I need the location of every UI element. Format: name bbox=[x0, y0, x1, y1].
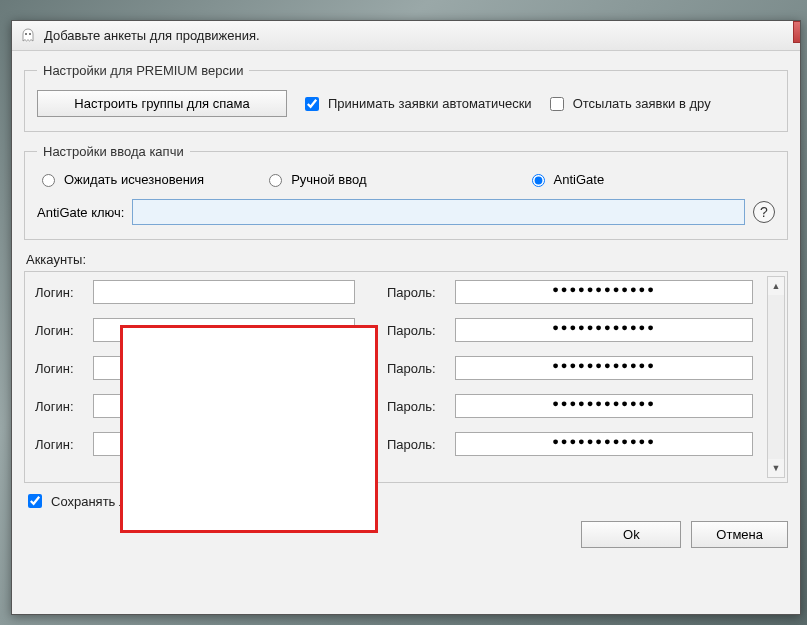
captcha-wait-input[interactable] bbox=[42, 174, 55, 187]
password-label: Пароль: bbox=[387, 285, 449, 300]
password-label: Пароль: bbox=[387, 399, 449, 414]
savelog-input[interactable] bbox=[28, 494, 42, 508]
captcha-manual-label: Ручной ввод bbox=[291, 172, 366, 187]
captcha-legend: Настройки ввода капчи bbox=[37, 144, 190, 159]
password-input[interactable]: ●●●●●●●●●●●● bbox=[455, 318, 753, 342]
accept-requests-label: Принимать заявки автоматически bbox=[328, 96, 532, 111]
login-label: Логин: bbox=[35, 285, 87, 300]
send-requests-checkbox[interactable]: Отсылать заявки в дру bbox=[546, 94, 711, 114]
login-input[interactable] bbox=[93, 432, 355, 456]
accounts-box: Логин: Пароль: ●●●●●●●●●●●● Логин: Парол… bbox=[24, 271, 788, 483]
scroll-down-button[interactable]: ▼ bbox=[768, 459, 784, 477]
ok-button[interactable]: Ok bbox=[581, 521, 681, 548]
captcha-manual-radio[interactable]: Ручной ввод bbox=[264, 171, 366, 187]
login-label: Логин: bbox=[35, 361, 87, 376]
login-label: Логин: bbox=[35, 323, 87, 338]
dialog-content: Настройки для PREMIUM версии Настроить г… bbox=[12, 51, 800, 614]
captcha-antigate-input[interactable] bbox=[532, 174, 545, 187]
captcha-wait-radio[interactable]: Ожидать исчезновения bbox=[37, 171, 204, 187]
cancel-button[interactable]: Отмена bbox=[691, 521, 788, 548]
captcha-antigate-radio[interactable]: AntiGate bbox=[527, 171, 605, 187]
captcha-group: Настройки ввода капчи Ожидать исчезновен… bbox=[24, 144, 788, 240]
login-input[interactable] bbox=[93, 394, 355, 418]
password-input[interactable]: ●●●●●●●●●●●● bbox=[455, 280, 753, 304]
premium-group: Настройки для PREMIUM версии Настроить г… bbox=[24, 63, 788, 132]
send-requests-label: Отсылать заявки в дру bbox=[573, 96, 711, 111]
ghost-icon bbox=[20, 28, 36, 44]
savelog-label: Сохранять лог в VK10000Friends_log.html bbox=[51, 494, 302, 509]
window-title: Добавьте анкеты для продвижения. bbox=[44, 28, 260, 43]
login-input[interactable] bbox=[93, 356, 355, 380]
account-row: Логин: Пароль: ●●●●●●●●●●●● bbox=[35, 394, 781, 418]
password-input[interactable]: ●●●●●●●●●●●● bbox=[455, 356, 753, 380]
accounts-scrollbar[interactable]: ▲ ▼ bbox=[767, 276, 785, 478]
password-label: Пароль: bbox=[387, 323, 449, 338]
login-input[interactable] bbox=[93, 280, 355, 304]
account-row: Логин: Пароль: ●●●●●●●●●●●● bbox=[35, 356, 781, 380]
account-row: Логин: Пароль: ●●●●●●●●●●●● bbox=[35, 432, 781, 456]
accept-requests-checkbox[interactable]: Принимать заявки автоматически bbox=[301, 94, 532, 114]
spam-groups-button[interactable]: Настроить группы для спама bbox=[37, 90, 287, 117]
password-label: Пароль: bbox=[387, 361, 449, 376]
premium-legend: Настройки для PREMIUM версии bbox=[37, 63, 249, 78]
savelog-checkbox[interactable]: Сохранять лог в VK10000Friends_log.html bbox=[24, 491, 302, 511]
login-input[interactable] bbox=[93, 318, 355, 342]
account-row: Логин: Пароль: ●●●●●●●●●●●● bbox=[35, 280, 781, 304]
password-label: Пароль: bbox=[387, 437, 449, 452]
password-input[interactable]: ●●●●●●●●●●●● bbox=[455, 394, 753, 418]
svg-point-1 bbox=[29, 33, 31, 35]
antigate-key-label: AntiGate ключ: bbox=[37, 205, 124, 220]
login-label: Логин: bbox=[35, 399, 87, 414]
dialog-window: Добавьте анкеты для продвижения. Настрой… bbox=[11, 20, 801, 615]
antigate-key-input[interactable] bbox=[132, 199, 745, 225]
help-icon[interactable]: ? bbox=[753, 201, 775, 223]
account-row: Логин: Пароль: ●●●●●●●●●●●● bbox=[35, 318, 781, 342]
password-input[interactable]: ●●●●●●●●●●●● bbox=[455, 432, 753, 456]
svg-point-0 bbox=[25, 33, 27, 35]
captcha-antigate-label: AntiGate bbox=[554, 172, 605, 187]
titlebar: Добавьте анкеты для продвижения. bbox=[12, 21, 800, 51]
accounts-header: Аккаунты: bbox=[26, 252, 788, 267]
captcha-manual-input[interactable] bbox=[269, 174, 282, 187]
captcha-wait-label: Ожидать исчезновения bbox=[64, 172, 204, 187]
login-label: Логин: bbox=[35, 437, 87, 452]
accept-requests-input[interactable] bbox=[305, 97, 319, 111]
send-requests-input[interactable] bbox=[550, 97, 564, 111]
close-button[interactable] bbox=[793, 21, 801, 43]
scroll-up-button[interactable]: ▲ bbox=[768, 277, 784, 295]
